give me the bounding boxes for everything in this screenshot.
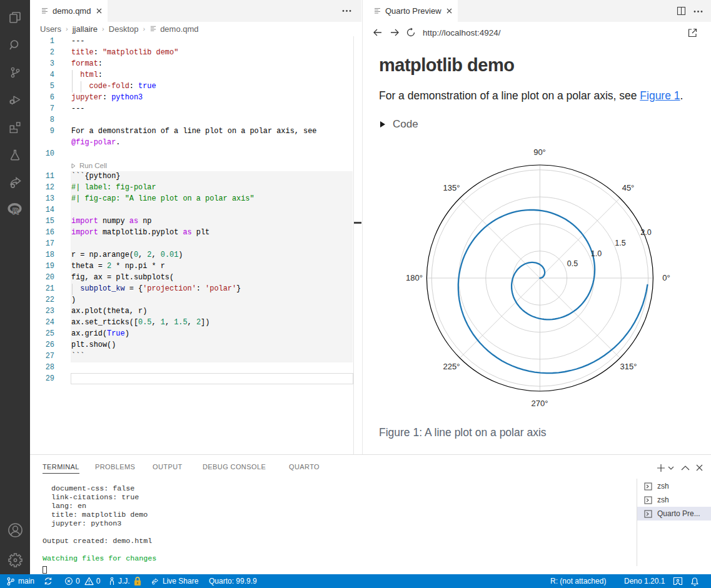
svg-text:90°: 90° (533, 147, 546, 157)
svg-text:225°: 225° (443, 362, 460, 371)
svg-text:270°: 270° (532, 399, 548, 408)
svg-text:1.5: 1.5 (615, 239, 625, 247)
svg-text:R: R (13, 206, 19, 216)
svg-text:315°: 315° (620, 362, 637, 371)
svg-text:0°: 0° (662, 273, 670, 282)
svg-text:1.0: 1.0 (591, 249, 602, 258)
svg-text:45°: 45° (622, 183, 635, 192)
svg-text:180°: 180° (406, 273, 423, 282)
svg-text:135°: 135° (443, 183, 460, 192)
svg-text:2.0: 2.0 (640, 228, 651, 237)
svg-text:0.5: 0.5 (567, 259, 578, 268)
